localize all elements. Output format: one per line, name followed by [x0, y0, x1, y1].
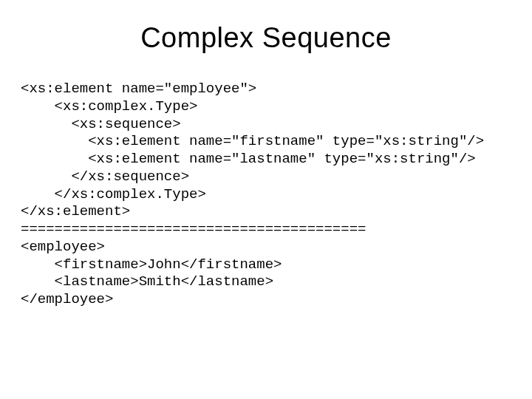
- code-line: <xs:sequence>: [21, 116, 511, 134]
- code-line: <xs:complex.Type>: [21, 98, 511, 116]
- slide-title: Complex Sequence: [21, 22, 511, 54]
- code-line: <xs:element name="employee">: [21, 81, 511, 98]
- code-line: <xs:element name="firstname" type="xs:st…: [21, 133, 511, 151]
- code-line: <firstname>John</firstname>: [21, 256, 511, 274]
- code-line: <xs:element name="lastname" type="xs:str…: [21, 151, 511, 168]
- code-line: </xs:sequence>: [21, 168, 511, 186]
- code-line: </xs:complex.Type>: [21, 186, 511, 204]
- code-line: <employee>: [21, 239, 511, 256]
- code-line: <lastname>Smith</lastname>: [21, 273, 511, 291]
- code-block: <xs:element name="employee"> <xs:complex…: [21, 81, 511, 309]
- code-line: </employee>: [21, 291, 511, 309]
- code-line: </xs:element>: [21, 203, 511, 221]
- slide: Complex Sequence <xs:element name="emplo…: [0, 0, 532, 399]
- code-line: ========================================…: [21, 221, 511, 239]
